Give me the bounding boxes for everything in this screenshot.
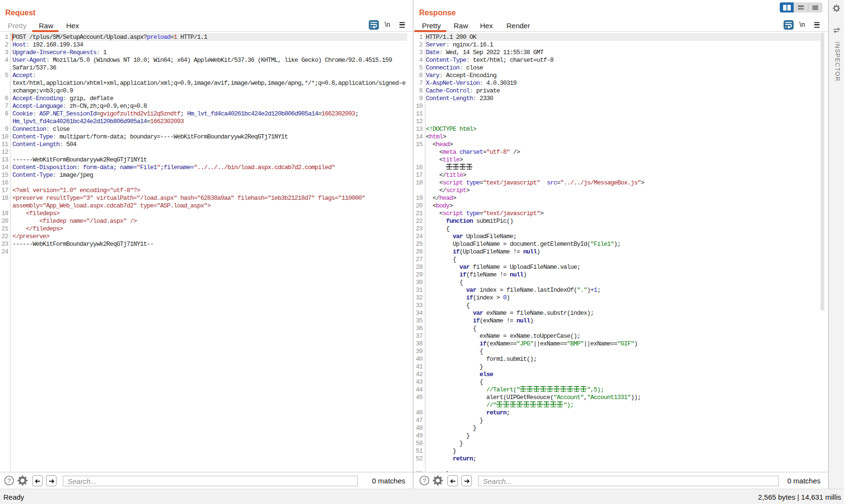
svg-text:?: ? (7, 477, 11, 484)
svg-text:?: ? (422, 477, 426, 484)
